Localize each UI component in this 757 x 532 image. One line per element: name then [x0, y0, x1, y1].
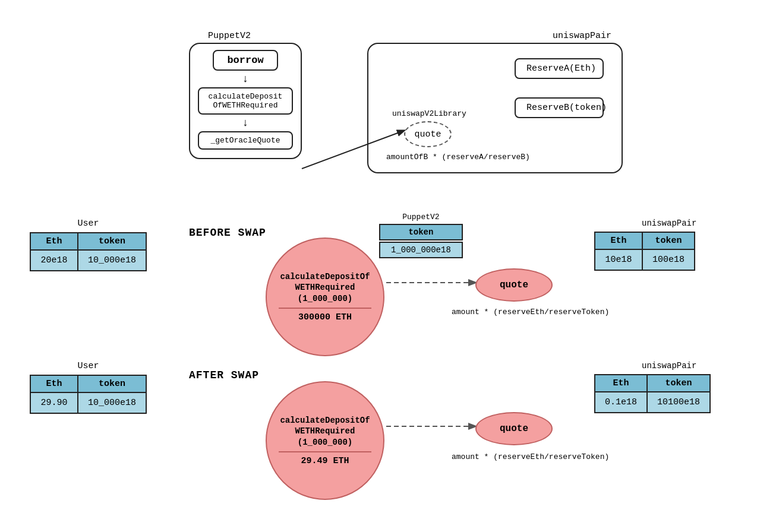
puppetv2-top-box: borrow ↓ calculateDepositOfWETHRequired … [189, 43, 302, 159]
top-formula: amountOfB * (reserveA/reserveB) [386, 153, 530, 162]
before-swap-label: BEFORE SWAP [189, 227, 266, 239]
before-uni-eth-value: 10e18 [595, 249, 642, 270]
after-user-data-table: Eth token 29.90 10_000e18 [30, 375, 147, 414]
before-user-token-header: token [78, 233, 146, 250]
after-user-token-value: 10_000e18 [78, 392, 146, 413]
after-uni-eth-value: 0.1e18 [595, 392, 647, 413]
get-oracle-label: _getOracleQuote [198, 131, 293, 150]
after-uni-token-value: 10100e18 [647, 392, 710, 413]
after-user-table: User Eth token 29.90 10_000e18 [30, 361, 147, 414]
reserve-b-box: ReserveB(token) [515, 97, 604, 118]
before-circle-bottom: 300000 ETH [298, 312, 352, 322]
before-user-table: User Eth token 20e18 10_000e18 [30, 218, 147, 271]
after-uni-token-header: token [647, 375, 710, 392]
before-pink-circle: calculateDepositOfWETHRequired(1_000_000… [266, 238, 384, 356]
before-user-data-table: Eth token 20e18 10_000e18 [30, 232, 147, 271]
before-token-header: token [379, 224, 463, 240]
before-puppetv2-table: token 1_000_000e18 [378, 223, 464, 259]
after-user-token-header: token [78, 375, 146, 392]
puppetv2-top-label: PuppetV2 [208, 31, 251, 41]
after-swap-label: AFTER SWAP [189, 369, 259, 381]
after-formula: amount * (reserveEth/reserveToken) [452, 452, 609, 461]
before-unipair-label: uniswapPair [642, 218, 696, 228]
after-quote-oval: quote [475, 412, 553, 445]
before-user-eth-value: 20e18 [30, 250, 78, 271]
before-unipair-table: Eth token 10e18 100e18 [594, 232, 695, 271]
before-token-value: 1_000_000e18 [379, 242, 463, 258]
arrow-down-2: ↓ [196, 117, 295, 129]
reserve-a-box: ReserveA(Eth) [515, 58, 604, 79]
before-user-eth-header: Eth [30, 233, 78, 250]
quote-dashed-oval: quote [404, 121, 452, 147]
calc-deposit-label: calculateDepositOfWETHRequired [198, 87, 293, 115]
after-unipair-table: Eth token 0.1e18 10100e18 [594, 374, 711, 413]
after-uni-eth-header: Eth [595, 375, 647, 392]
before-quote-oval: quote [475, 268, 553, 302]
unipair-top-box: ReserveA(Eth) ReserveB(token) uniswapV2L… [367, 43, 623, 173]
borrow-label: borrow [213, 50, 278, 71]
after-unipair-label: uniswapPair [642, 361, 696, 370]
univ2lib-label: uniswapV2Library [392, 109, 466, 118]
after-user-eth-header: Eth [30, 375, 78, 392]
before-uni-eth-header: Eth [595, 232, 642, 249]
before-formula: amount * (reserveEth/reserveToken) [452, 308, 609, 316]
before-user-token-value: 10_000e18 [78, 250, 146, 271]
before-unipair-table-wrap: Eth token 10e18 100e18 [594, 232, 695, 271]
after-user-eth-value: 29.90 [30, 392, 78, 413]
canvas: PuppetV2 borrow ↓ calculateDepositOfWETH… [0, 0, 757, 532]
after-unipair-table-wrap: Eth token 0.1e18 10100e18 [594, 374, 711, 413]
before-puppetv2-small: PuppetV2 token 1_000_000e18 [378, 213, 464, 259]
after-circle-top: calculateDepositOfWETHRequired(1_000_000… [280, 415, 370, 448]
unipair-top-label: uniswapPair [553, 31, 611, 41]
before-uni-token-value: 100e18 [642, 249, 695, 270]
after-pink-circle: calculateDepositOfWETHRequired(1_000_000… [266, 381, 384, 500]
after-circle-bottom: 29.49 ETH [301, 456, 349, 466]
before-circle-top: calculateDepositOfWETHRequired(1_000_000… [280, 271, 370, 304]
before-uni-token-header: token [642, 232, 695, 249]
arrow-down-1: ↓ [196, 73, 295, 85]
